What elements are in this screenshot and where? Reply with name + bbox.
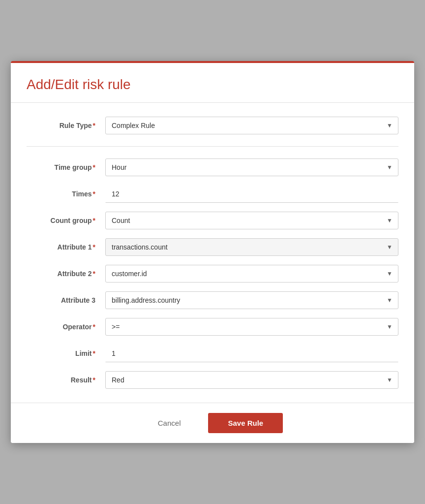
attribute2-row: Attribute 2 customer.id billing.address.… bbox=[27, 265, 398, 283]
time-group-row: Time group Minute Hour Day Week Month ▼ bbox=[27, 158, 398, 176]
modal-footer: Cancel Save Rule bbox=[11, 403, 414, 443]
attribute2-label: Attribute 2 bbox=[27, 270, 105, 278]
count-group-label: Count group bbox=[27, 217, 105, 224]
attribute1-select-wrapper: transactions.count transactions.amount c… bbox=[105, 238, 398, 256]
time-group-label: Time group bbox=[27, 163, 105, 171]
form-fields: Time group Minute Hour Day Week Month ▼ bbox=[27, 158, 398, 389]
attribute3-row: Attribute 3 billing.address.country cust… bbox=[27, 291, 398, 309]
modal-body: Rule Type Complex Rule Simple Rule Veloc… bbox=[11, 103, 414, 403]
count-group-select-wrapper: Count Sum Average ▼ bbox=[105, 212, 398, 229]
limit-row: Limit bbox=[27, 345, 398, 362]
rule-type-select-wrapper: Complex Rule Simple Rule Velocity Rule ▼ bbox=[105, 117, 398, 134]
operator-select[interactable]: >= > <= < == != bbox=[105, 318, 398, 336]
attribute2-select-wrapper: customer.id billing.address.country tran… bbox=[105, 265, 398, 283]
attribute2-select[interactable]: customer.id billing.address.country tran… bbox=[105, 265, 398, 283]
risk-rule-modal: Add/Edit risk rule Rule Type Complex Rul… bbox=[11, 61, 414, 443]
count-group-select[interactable]: Count Sum Average bbox=[105, 212, 398, 229]
attribute1-label: Attribute 1 bbox=[27, 243, 105, 251]
limit-label: Limit bbox=[27, 349, 105, 357]
rule-type-section: Rule Type Complex Rule Simple Rule Veloc… bbox=[27, 117, 398, 147]
times-row: Times bbox=[27, 185, 398, 203]
operator-label: Operator bbox=[27, 323, 105, 331]
modal-title: Add/Edit risk rule bbox=[27, 77, 398, 93]
rule-type-label: Rule Type bbox=[27, 122, 105, 129]
result-select-wrapper: Red Green Yellow Orange ▼ bbox=[105, 371, 398, 389]
time-group-select-wrapper: Minute Hour Day Week Month ▼ bbox=[105, 158, 398, 176]
save-rule-button[interactable]: Save Rule bbox=[208, 413, 283, 433]
count-group-row: Count group Count Sum Average ▼ bbox=[27, 212, 398, 229]
limit-input[interactable] bbox=[105, 345, 398, 362]
result-label: Result bbox=[27, 376, 105, 384]
times-label: Times bbox=[27, 190, 105, 198]
operator-select-wrapper: >= > <= < == != ▼ bbox=[105, 318, 398, 336]
result-row: Result Red Green Yellow Orange ▼ bbox=[27, 371, 398, 389]
operator-row: Operator >= > <= < == != ▼ bbox=[27, 318, 398, 336]
times-input[interactable] bbox=[105, 185, 398, 203]
attribute3-select[interactable]: billing.address.country customer.id tran… bbox=[105, 291, 398, 309]
modal-header: Add/Edit risk rule bbox=[11, 63, 414, 103]
attribute1-row: Attribute 1 transactions.count transacti… bbox=[27, 238, 398, 256]
attribute3-select-wrapper: billing.address.country customer.id tran… bbox=[105, 291, 398, 309]
time-group-select[interactable]: Minute Hour Day Week Month bbox=[105, 158, 398, 176]
modal-wrapper: Add/Edit risk rule Rule Type Complex Rul… bbox=[0, 0, 425, 504]
attribute3-label: Attribute 3 bbox=[27, 296, 105, 304]
attribute1-select[interactable]: transactions.count transactions.amount c… bbox=[105, 238, 398, 256]
cancel-button[interactable]: Cancel bbox=[142, 413, 197, 433]
rule-type-select[interactable]: Complex Rule Simple Rule Velocity Rule bbox=[105, 117, 398, 134]
result-select[interactable]: Red Green Yellow Orange bbox=[105, 371, 398, 389]
